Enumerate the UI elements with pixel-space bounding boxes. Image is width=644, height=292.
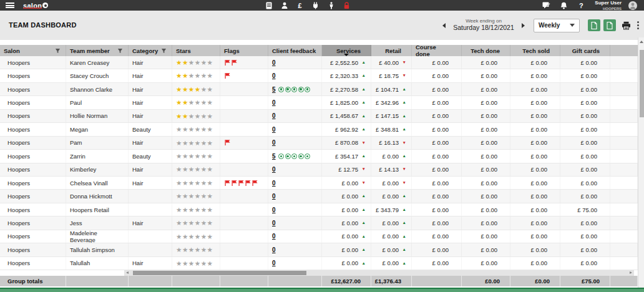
horizontal-scrollbar-thumb[interactable] [133, 271, 306, 275]
column-header-stars[interactable]: Stars [172, 45, 220, 56]
scroll-up-icon[interactable] [640, 41, 643, 43]
client-feedback-link[interactable]: 0 [272, 207, 276, 213]
star-empty-icon: ★ [188, 207, 195, 213]
star-empty-icon: ★ [176, 166, 182, 173]
stars-rating: ★★★★★★ [172, 243, 220, 256]
clients-icon[interactable] [276, 2, 292, 9]
cell-gift-cards: £ 0.00 [560, 163, 610, 176]
table-row[interactable]: Hoopers Paul Hair ★★★★★★ 0 £ 1,825.00▲ £… [0, 96, 638, 109]
table-row[interactable]: Hoopers Madeleine Beverage ★★★★★★ 0 £ 0.… [0, 230, 638, 243]
marketing-plug-icon[interactable] [308, 2, 323, 9]
table-row[interactable]: Hoopers Jess Hair ★★★★★★ 0 £ 0.00▲ £ 0.0… [0, 217, 638, 230]
cell-tech-done: £ 0.00 [462, 110, 510, 122]
cell-retail: £ 0.00▲ [371, 243, 412, 256]
client-feedback-link[interactable]: 0 [272, 220, 276, 226]
column-header-category[interactable]: Category [129, 45, 172, 56]
column-header-client-feedback[interactable]: Client feedback [268, 45, 322, 56]
column-header-tech-sold[interactable]: Tech sold [510, 45, 560, 56]
period-select[interactable]: Weekly [534, 19, 580, 32]
star-empty-icon: ★ [182, 260, 188, 267]
column-header-tech-done[interactable]: Tech done [462, 45, 510, 56]
client-feedback-link[interactable]: 0 [272, 59, 276, 66]
next-week-icon[interactable] [522, 23, 525, 28]
appointments-book-icon[interactable] [261, 2, 276, 9]
star-empty-icon: ★ [188, 246, 195, 253]
table-row[interactable]: Hoopers Chelsea Vinall Hair ★★★★★★ 0 £ 0… [0, 177, 638, 190]
table-row[interactable]: Hoopers Karen Creasey Hair ★★★★★★ 0 £ 2,… [0, 56, 638, 69]
cell-course-done: £ 0.00 [412, 69, 462, 82]
client-feedback-link[interactable]: 0 [272, 260, 276, 266]
help-icon[interactable]: ? [573, 2, 588, 9]
filter-icon[interactable] [161, 48, 167, 54]
menu-icon[interactable] [6, 2, 14, 8]
column-header-services[interactable]: Services [322, 45, 371, 56]
table-row[interactable]: Hoopers Megan Beauty ★★★★★★ 0 £ 962.92▲ … [0, 123, 638, 136]
client-feedback-link[interactable]: 0 [272, 246, 276, 253]
client-feedback-link[interactable]: 0 [272, 126, 276, 133]
sms-message-icon[interactable] [539, 2, 554, 9]
column-header-gift-cards[interactable]: Gift cards [560, 45, 610, 56]
table-row[interactable]: Hoopers Hoopers Retail ★★★★★★ 0 £ 0.00▲ … [0, 203, 638, 217]
column-header-team-member[interactable]: Team member [66, 45, 129, 56]
client-feedback-link[interactable]: 0 [272, 99, 276, 106]
staff-person-icon[interactable] [323, 2, 339, 9]
table-row[interactable]: Hoopers Shannon Clarke Hair ★★★★★★ 5 £ 2… [0, 83, 638, 96]
prev-week-icon[interactable] [442, 23, 446, 28]
lock-icon[interactable] [339, 2, 354, 9]
cell-filler [610, 150, 638, 162]
column-header-retail[interactable]: Retail [371, 45, 412, 56]
table-row[interactable]: Hoopers Talullah Hair ★★★★★★ 0 £ 0.00▲ £… [0, 257, 638, 270]
cell-category [129, 243, 172, 256]
avatar[interactable] [625, 1, 640, 10]
table-row[interactable]: Hoopers Zarrin Beauty ★★★★★★ 5 £ 354.17▲… [0, 150, 638, 163]
trend-up-icon: ▲ [401, 208, 406, 212]
user-block[interactable]: Super User HOOPERS [595, 1, 622, 11]
cell-tech-done: £ 0.00 [462, 177, 510, 189]
star-empty-icon: ★ [195, 72, 201, 79]
vertical-scrollbar-thumb[interactable] [640, 50, 644, 117]
client-feedback-link[interactable]: 0 [272, 72, 276, 79]
client-feedback-link[interactable]: 0 [272, 233, 276, 240]
csv-export-button[interactable] [603, 19, 616, 31]
star-empty-icon: ★ [207, 153, 213, 160]
table-row[interactable]: Hoopers Donna Hickmott ★★★★★★ 0 £ 0.00▲ … [0, 190, 638, 203]
vertical-scrollbar[interactable] [638, 37, 644, 288]
client-feedback-link[interactable]: 0 [272, 166, 276, 173]
cell-salon: Hoopers [0, 190, 66, 202]
client-feedback-link[interactable]: 0 [272, 180, 276, 187]
table-row[interactable]: Hoopers Tallulah Simpson ★★★★★★ 0 £ 0.00… [0, 243, 638, 256]
column-header-course-done[interactable]: Course done [412, 45, 462, 56]
filter-icon[interactable] [117, 48, 123, 54]
scroll-left-icon[interactable] [126, 271, 129, 274]
filter-icon[interactable] [55, 48, 61, 54]
table-row[interactable]: Hoopers Hollie Norman Hair ★★★★★★ 0 £ 1,… [0, 110, 638, 123]
scroll-right-icon[interactable] [630, 271, 632, 274]
star-empty-icon: ★ [207, 113, 213, 120]
topbar: salon £ [0, 0, 644, 11]
table-row[interactable]: Hoopers Stacey Crouch Hair ★★★★★★ 0 £ 2,… [0, 69, 638, 82]
horizontal-scrollbar[interactable] [124, 270, 634, 276]
week-selector[interactable]: Week ending on Saturday 18/12/2021 [449, 19, 518, 31]
table-row[interactable]: Hoopers Kimberley Hair ★★★★★★ 0 £ 12.75▼… [0, 163, 638, 177]
client-feedback-link[interactable]: 5 [272, 153, 276, 160]
star-empty-icon: ★ [195, 220, 201, 226]
client-feedback-link[interactable]: 0 [272, 193, 276, 200]
column-header-flags[interactable]: Flags [220, 45, 268, 56]
star-empty-icon: ★ [188, 126, 195, 133]
more-options-icon[interactable] [637, 21, 639, 29]
star-empty-icon: ★ [207, 140, 213, 147]
client-feedback-link[interactable]: 5 [272, 86, 276, 93]
star-filled-icon: ★ [176, 113, 182, 120]
client-feedback-link[interactable]: 0 [272, 139, 276, 146]
excel-export-button[interactable] [588, 19, 600, 31]
till-pound-icon[interactable]: £ [292, 2, 308, 9]
table-row[interactable]: Hoopers Pam Hair ★★★★★★ 0 £ 870.08▼ £ 16… [0, 137, 638, 150]
topbar-right: ? Super User HOOPERS [539, 0, 640, 11]
notifications-bell-icon[interactable] [556, 2, 571, 9]
client-feedback-link[interactable]: 0 [272, 112, 276, 119]
star-empty-icon: ★ [182, 233, 188, 240]
column-label: Retail [385, 47, 401, 54]
column-header-salon[interactable]: Salon [0, 45, 66, 56]
flag-icon [231, 59, 238, 66]
print-icon[interactable] [622, 21, 631, 30]
